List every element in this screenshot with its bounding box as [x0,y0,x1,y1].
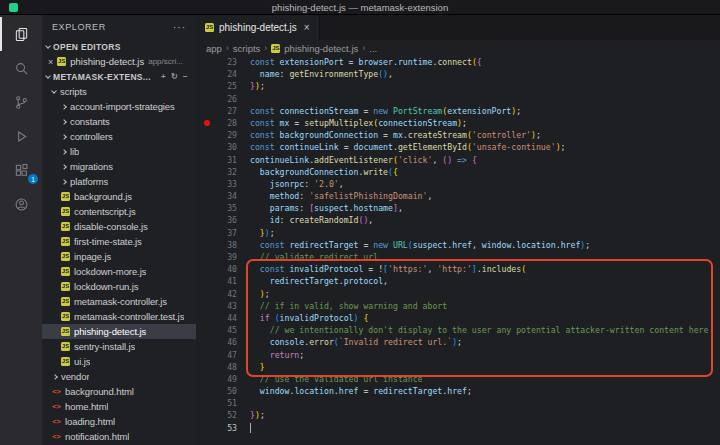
run-debug-icon[interactable] [0,119,42,153]
code-line-43[interactable]: 43 // if in valid, show warning and abor… [196,300,720,312]
breadcrumb-symbol[interactable]: ... [369,43,377,54]
tab-phishing-detect[interactable]: JS phishing-detect.js × [196,15,320,40]
code-line-33[interactable]: 33 jsonrpc: '2.0', [196,178,720,190]
tree-item-disable-console.js[interactable]: JSdisable-console.js [42,219,196,234]
line-number[interactable]: 28 [196,117,237,129]
tree-item-contentscript.js[interactable]: JScontentscript.js [42,204,196,219]
code-line-24[interactable]: 24 name: getEnvironmentType(), [196,68,720,80]
tree-item-account-import-strategies[interactable]: account-import-strategies [42,99,196,114]
code-line-36[interactable]: 36 id: createRandomId(), [196,214,720,226]
line-number[interactable]: 36 [196,214,237,226]
line-number[interactable]: 38 [196,239,237,251]
line-number[interactable]: 26 [196,93,237,105]
line-number[interactable]: 53 [196,422,237,434]
code-line-38[interactable]: 38 const redirectTarget = new URL(suspec… [196,239,720,251]
tree-item-notification.html[interactable]: <>notification.html [42,429,196,444]
code-line-27[interactable]: 27const connectionStream = new PortStrea… [196,105,720,117]
tree-item-metamask-controller.js[interactable]: JSmetamask-controller.js [42,294,196,309]
code-line-32[interactable]: 32 backgroundConnection.write({ [196,166,720,178]
line-number[interactable]: 25 [196,80,237,92]
line-number[interactable]: 32 [196,166,237,178]
line-number[interactable]: 23 [196,56,237,68]
refresh-icon[interactable]: ↻ [171,72,178,81]
code-line-29[interactable]: 29const backgroundConnection = mx.create… [196,129,720,141]
tree-item-first-time-state.js[interactable]: JSfirst-time-state.js [42,234,196,249]
tree-item-vendor[interactable]: vendor [42,369,196,384]
code-line-23[interactable]: 23const extensionPort = browser.runtime.… [196,56,720,68]
open-editors-section[interactable]: OPEN EDITORS [42,39,196,54]
more-actions-icon[interactable]: ··· [173,22,186,33]
line-number[interactable]: 34 [196,190,237,202]
new-file-icon[interactable]: + [161,72,166,81]
tree-item-inpage.js[interactable]: JSinpage.js [42,249,196,264]
line-number[interactable]: 52 [196,409,237,421]
explorer-icon[interactable] [0,17,42,51]
code-line-37[interactable]: 37 }); [196,227,720,239]
code-line-45[interactable]: 45 // we intentionally don't display to … [196,324,720,336]
breakpoint-icon[interactable] [204,120,210,126]
line-number[interactable]: 41 [196,275,237,287]
code-line-44[interactable]: 44 if (invalidProtocol) { [196,312,720,324]
tree-item-background.js[interactable]: JSbackground.js [42,189,196,204]
code-line-25[interactable]: 25}); [196,80,720,92]
source-control-icon[interactable] [0,85,42,119]
line-number[interactable]: 44 [196,312,237,324]
breadcrumb-scripts[interactable]: scripts [233,43,260,54]
code-line-34[interactable]: 34 method: 'safelistPhishingDomain', [196,190,720,202]
code-line-30[interactable]: 30const continueLink = document.getEleme… [196,141,720,153]
code-line-50[interactable]: 50 window.location.href = redirectTarget… [196,385,720,397]
line-number[interactable]: 33 [196,178,237,190]
code-editor[interactable]: 23const extensionPort = browser.runtime.… [196,56,720,445]
tree-item-controllers[interactable]: controllers [42,129,196,144]
code-line-48[interactable]: 48 } [196,361,720,373]
line-number[interactable]: 27 [196,105,237,117]
code-line-35[interactable]: 35 params: [suspect.hostname], [196,202,720,214]
tree-item-home.html[interactable]: <>home.html [42,399,196,414]
code-line-28[interactable]: 28const mx = setupMultiplex(connectionSt… [196,117,720,129]
code-line-39[interactable]: 39 // validate redirect url [196,251,720,263]
tree-item-lockdown-run.js[interactable]: JSlockdown-run.js [42,279,196,294]
line-number[interactable]: 49 [196,373,237,385]
tree-item-lockdown-more.js[interactable]: JSlockdown-more.js [42,264,196,279]
line-number[interactable]: 48 [196,361,237,373]
tree-item-metamask-controller.test.js[interactable]: JSmetamask-controller.test.js [42,309,196,324]
tree-item-platforms[interactable]: platforms [42,174,196,189]
tree-item-loading.html[interactable]: <>loading.html [42,414,196,429]
tree-item-ui.js[interactable]: JSui.js [42,354,196,369]
line-number[interactable]: 39 [196,251,237,263]
tree-item-phishing-detect.js[interactable]: JSphishing-detect.js [42,324,196,339]
tree-item-background.html[interactable]: <>background.html [42,384,196,399]
open-editor-item[interactable]: × JS phishing-detect.js app/scri... [42,54,196,69]
line-number[interactable]: 47 [196,349,237,361]
line-number[interactable]: 30 [196,141,237,153]
line-number[interactable]: 35 [196,202,237,214]
code-line-53[interactable]: 53 [196,422,720,434]
line-number[interactable]: 31 [196,154,237,166]
tree-item-constants[interactable]: constants [42,114,196,129]
line-number[interactable]: 50 [196,385,237,397]
code-line-26[interactable]: 26 [196,93,720,105]
line-number[interactable]: 24 [196,68,237,80]
collapse-all-icon[interactable]: − [183,72,188,81]
code-line-52[interactable]: 52}); [196,409,720,421]
close-icon[interactable]: × [48,57,53,67]
code-line-31[interactable]: 31continueLink.addEventListener('click',… [196,154,720,166]
tree-item-sentry-install.js[interactable]: JSsentry-install.js [42,339,196,354]
line-number[interactable]: 46 [196,336,237,348]
line-number[interactable]: 37 [196,227,237,239]
tree-item-migrations[interactable]: migrations [42,159,196,174]
tree-item-scripts[interactable]: scripts [42,84,196,99]
line-number[interactable]: 51 [196,397,237,409]
code-line-42[interactable]: 42 ); [196,288,720,300]
tab-close-icon[interactable]: × [304,22,310,33]
line-number[interactable]: 43 [196,300,237,312]
extensions-icon[interactable]: 1 [0,153,42,187]
code-line-41[interactable]: 41 redirectTarget.protocol, [196,275,720,287]
breadcrumb-file[interactable]: phishing-detect.js [284,43,358,54]
search-icon[interactable] [0,51,42,85]
line-number[interactable]: 40 [196,263,237,275]
line-number[interactable]: 45 [196,324,237,336]
code-line-40[interactable]: 40 const invalidProtocol = !['https:', '… [196,263,720,275]
code-line-46[interactable]: 46 console.error(`Invalid redirect url.`… [196,336,720,348]
workspace-section[interactable]: METAMASK-EXTENS... + ↻ − [42,69,196,84]
